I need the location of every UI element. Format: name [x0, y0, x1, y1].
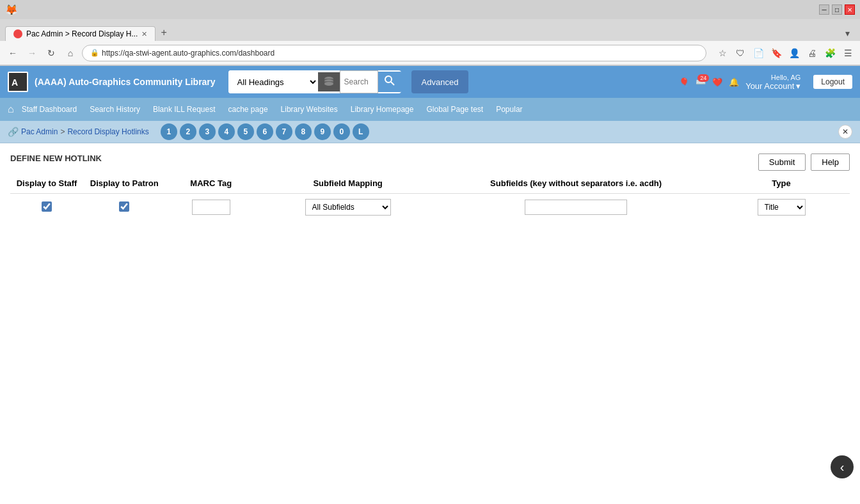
url-input[interactable]: 🔒 https://qa-stwi-agent.auto-graphics.co…	[82, 45, 706, 61]
app-title: (AAAA) Auto-Graphics Community Library	[35, 77, 216, 87]
tab-title: Pac Admin > Record Display H...	[26, 29, 138, 38]
url-text: https://qa-stwi-agent.auto-graphics.com/…	[102, 49, 275, 58]
reader-icon[interactable]: 📄	[751, 46, 765, 60]
tab-list-button[interactable]: ▾	[840, 26, 855, 41]
type-select[interactable]: Title Author Subject URL	[758, 199, 806, 216]
col-display-patron: Display to Patron	[83, 173, 165, 194]
bookmark-star-icon[interactable]: ☆	[715, 46, 729, 60]
breadcrumb-pac-admin[interactable]: Pac Admin	[21, 127, 58, 136]
minimize-button[interactable]: ─	[819, 4, 829, 15]
app-logo: A	[8, 72, 28, 92]
main-content: DEFINE NEW HOTLINK Submit Help Display t…	[0, 143, 860, 231]
nav-library-homepage[interactable]: Library Homepage	[346, 102, 419, 116]
profile-icon[interactable]: 👤	[787, 46, 801, 60]
help-button[interactable]: Help	[811, 154, 850, 171]
subfield-mapping-cell: All Subfields Selected Subfields	[257, 194, 439, 221]
keyboard-icon[interactable]: ⌨️ 24	[696, 77, 706, 87]
page-btn-9[interactable]: 9	[314, 123, 331, 140]
page-btn-4[interactable]: 4	[218, 123, 235, 140]
new-tab-button[interactable]: +	[155, 24, 171, 41]
display-patron-cell	[83, 194, 165, 221]
svg-point-6	[324, 82, 333, 86]
account-section: Hello, AG Your Account ▾	[745, 74, 800, 91]
display-staff-checkbox[interactable]	[42, 201, 52, 212]
page-btn-5[interactable]: 5	[237, 123, 254, 140]
breadcrumb-bar: 🔗 Pac Admin > Record Display Hotlinks 1 …	[0, 121, 860, 143]
search-type-dropdown[interactable]: All Headings Title Author Subject Keywor…	[228, 70, 318, 93]
reload-button[interactable]: ↻	[44, 45, 59, 61]
nav-popular[interactable]: Popular	[491, 102, 527, 116]
account-link[interactable]: Your Account ▾	[745, 81, 800, 91]
tab-close-icon[interactable]: ✕	[141, 30, 147, 38]
page-btn-3[interactable]: 3	[199, 123, 216, 140]
breadcrumb-current[interactable]: Record Display Hotlinks	[67, 127, 148, 136]
back-button[interactable]: ←	[5, 45, 20, 61]
subfield-mapping-select[interactable]: All Subfields Selected Subfields	[305, 199, 391, 216]
search-icon	[385, 75, 395, 86]
home-button[interactable]: ⌂	[63, 45, 78, 61]
svg-point-7	[385, 76, 392, 83]
advanced-button[interactable]: Advanced	[411, 70, 469, 93]
bell-icon[interactable]: 🔔	[729, 77, 739, 87]
browser-titlebar: 🦊 ─ □ ✕	[0, 0, 860, 19]
nav-global-page-test[interactable]: Global Page test	[421, 102, 488, 116]
active-tab[interactable]: Pac Admin > Record Display H... ✕	[5, 26, 155, 41]
display-staff-cell	[10, 194, 83, 221]
page-btn-8[interactable]: 8	[295, 123, 312, 140]
page-btn-l[interactable]: L	[353, 123, 369, 140]
display-patron-checkbox[interactable]	[119, 201, 129, 212]
keyboard-badge: 24	[697, 74, 709, 82]
page-btn-6[interactable]: 6	[257, 123, 273, 140]
hotlink-form-table: Display to Staff Display to Patron MARC …	[10, 173, 850, 221]
section-title: DEFINE NEW HOTLINK	[10, 154, 850, 163]
bookmark-icon[interactable]: 🔖	[769, 46, 783, 60]
search-button[interactable]	[378, 72, 401, 92]
subfields-input[interactable]	[525, 200, 627, 215]
col-display-staff: Display to Staff	[10, 173, 83, 194]
menu-icon[interactable]: ☰	[841, 46, 855, 60]
window-controls: ─ □ ✕	[819, 4, 855, 15]
table-row: All Subfields Selected Subfields Title A…	[10, 194, 850, 221]
close-breadcrumb-button[interactable]: ✕	[838, 125, 852, 139]
marc-tag-input[interactable]	[192, 200, 230, 215]
svg-line-8	[391, 82, 394, 85]
form-actions: Submit Help	[758, 154, 850, 171]
page-btn-7[interactable]: 7	[276, 123, 292, 140]
browser-toolbar-icons: ☆ 🛡 📄 🔖 👤 🖨 🧩 ☰	[715, 46, 855, 60]
page-btn-1[interactable]: 1	[161, 123, 177, 140]
logout-button[interactable]: Logout	[813, 75, 852, 89]
nav-bar: ⌂ Staff Dashboard Search History Blank I…	[0, 98, 860, 121]
nav-library-websites[interactable]: Library Websites	[276, 102, 343, 116]
maximize-button[interactable]: □	[832, 4, 842, 15]
page-btn-2[interactable]: 2	[180, 123, 196, 140]
col-type: Type	[713, 173, 850, 194]
logo-icon: A	[9, 73, 27, 91]
breadcrumb-separator: >	[60, 127, 65, 136]
extensions-icon[interactable]: 🧩	[823, 46, 837, 60]
svg-text:A: A	[12, 77, 18, 88]
nav-search-history[interactable]: Search History	[84, 102, 145, 116]
hello-text: Hello, AG	[745, 74, 800, 81]
search-input[interactable]	[340, 70, 378, 93]
nav-cache-page[interactable]: cache page	[223, 102, 273, 116]
close-button[interactable]: ✕	[845, 4, 855, 15]
print-icon[interactable]: 🖨	[805, 46, 819, 60]
tab-bar: Pac Admin > Record Display H... ✕ + ▾	[0, 19, 860, 41]
col-subfields: Subfields (key without separators i.e. a…	[439, 173, 713, 194]
marc-tag-cell	[165, 194, 257, 221]
link-icon: 🔗	[8, 127, 19, 137]
balloon-icon[interactable]: 🎈	[679, 77, 689, 87]
nav-staff-dashboard[interactable]: Staff Dashboard	[17, 102, 83, 116]
database-icon[interactable]	[318, 72, 340, 91]
heart-icon[interactable]: ❤️	[712, 77, 722, 87]
shield-icon[interactable]: 🛡	[733, 46, 747, 60]
nav-blank-ill-request[interactable]: Blank ILL Request	[148, 102, 221, 116]
page-btn-0[interactable]: 0	[333, 123, 350, 140]
col-marc-tag: MARC Tag	[165, 173, 257, 194]
home-nav-icon[interactable]: ⌂	[8, 104, 14, 115]
tab-favicon	[13, 29, 22, 38]
submit-button[interactable]: Submit	[758, 154, 806, 171]
forward-button[interactable]: →	[24, 45, 40, 61]
firefox-icon: 🦊	[5, 4, 18, 16]
search-bar-container: All Headings Title Author Subject Keywor…	[228, 70, 401, 93]
